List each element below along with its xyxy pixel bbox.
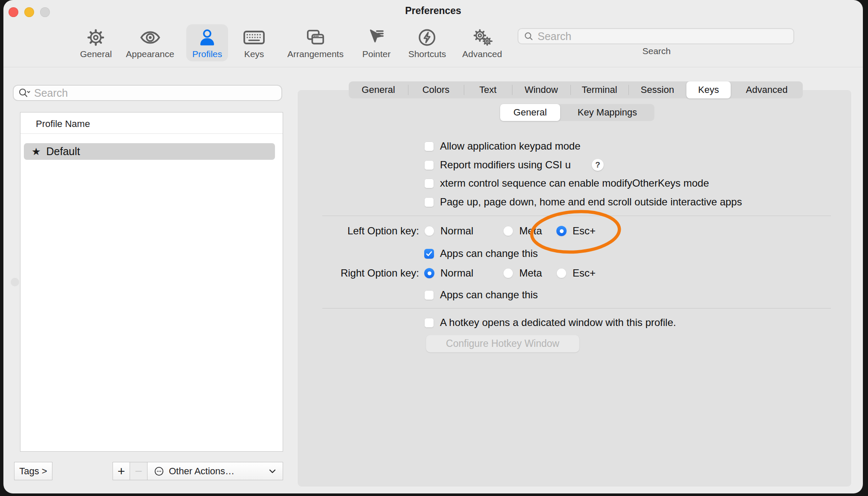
profile-row-default[interactable]: ★ Default xyxy=(24,143,275,160)
radio-button xyxy=(503,268,513,278)
other-actions-menu[interactable]: Other Actions… xyxy=(147,462,283,480)
toolbar-label: Arrangements xyxy=(287,49,344,59)
radio-label: Meta xyxy=(519,225,542,237)
toolbar-label: General xyxy=(80,49,112,59)
toolbar-label: Pointer xyxy=(362,49,391,59)
toolbar-label: Advanced xyxy=(462,49,502,59)
checkbox-row[interactable]: Apps can change this xyxy=(424,246,538,261)
remove-profile-button: − xyxy=(130,462,148,480)
circled-ellipsis-icon xyxy=(153,466,165,477)
tab-keys[interactable]: Keys xyxy=(686,81,731,98)
checkbox[interactable] xyxy=(424,318,434,328)
checkbox-row[interactable]: Page up, page down, home and end scroll … xyxy=(424,195,742,209)
checkbox-label: Report modifiers using CSI u xyxy=(440,159,571,171)
gears-icon xyxy=(471,27,493,48)
section-divider xyxy=(322,308,831,309)
radio[interactable]: Meta xyxy=(503,266,542,280)
radio[interactable]: Meta xyxy=(503,224,542,238)
keyboard-icon xyxy=(243,27,266,48)
toolbar-label: Appearance xyxy=(126,49,174,59)
checkbox-label: Apps can change this xyxy=(440,248,538,260)
checkbox-label: xterm control sequence can enable modify… xyxy=(440,177,709,189)
tab-advanced[interactable]: Advanced xyxy=(731,81,803,98)
toolbar-item-profiles[interactable]: Profiles xyxy=(186,24,228,61)
profile-list: Profile Name ★ Default xyxy=(20,112,283,452)
header-divider xyxy=(20,133,283,134)
radio[interactable]: Normal xyxy=(424,224,473,238)
section-divider xyxy=(322,216,831,216)
checkbox[interactable] xyxy=(424,197,434,207)
left-option-key-label: Left Option key: xyxy=(302,225,419,237)
checkbox-row[interactable]: Report modifiers using CSI u xyxy=(424,158,571,172)
radio-button xyxy=(556,226,567,236)
tab-terminal[interactable]: Terminal xyxy=(570,81,628,98)
toolbar-item-arrangements[interactable]: Arrangements xyxy=(281,24,350,61)
drag-dot xyxy=(11,278,19,286)
profile-search-input[interactable] xyxy=(34,87,277,99)
windows-icon xyxy=(305,27,326,48)
radio-button xyxy=(503,226,513,236)
checkbox[interactable] xyxy=(424,160,434,170)
radio-label: Normal xyxy=(440,267,473,279)
toolbar-item-keys[interactable]: Keys xyxy=(237,24,272,61)
toolbar-item-pointer[interactable]: Pointer xyxy=(356,24,397,61)
tab-text[interactable]: Text xyxy=(464,81,512,98)
toolbar-item-general[interactable]: General xyxy=(74,24,118,61)
star-icon: ★ xyxy=(32,146,41,158)
toolbar-divider xyxy=(3,67,863,67)
profile-name: Default xyxy=(46,145,80,158)
add-remove-group: + − xyxy=(113,462,148,480)
checkbox-label: A hotkey opens a dedicated window with t… xyxy=(440,317,676,329)
tab-window[interactable]: Window xyxy=(512,81,570,98)
add-profile-button[interactable]: + xyxy=(113,462,130,480)
checkbox-label: Apps can change this xyxy=(440,289,538,301)
search-icon xyxy=(524,31,534,41)
toolbar-item-shortcuts[interactable]: Shortcuts xyxy=(402,24,452,61)
radio-label: Esc+ xyxy=(573,267,596,279)
configure-hotkey-window-button: Configure Hotkey Window xyxy=(426,335,579,352)
tab-general[interactable]: General xyxy=(349,81,408,98)
checkbox-row[interactable]: xterm control sequence can enable modify… xyxy=(424,176,709,190)
toolbar-item-advanced[interactable]: Advanced xyxy=(456,24,508,61)
toolbar-item-appearance[interactable]: Appearance xyxy=(120,24,180,61)
search-menu-icon xyxy=(18,87,31,98)
toolbar-search-field[interactable] xyxy=(518,28,794,44)
eye-icon xyxy=(139,27,161,48)
tab-session[interactable]: Session xyxy=(628,81,686,98)
checkbox-row[interactable]: Allow application keypad mode xyxy=(424,139,581,153)
checkbox[interactable] xyxy=(424,141,434,151)
radio-label: Esc+ xyxy=(573,225,596,237)
checkbox[interactable] xyxy=(424,249,434,259)
window-title: Preferences xyxy=(3,5,863,17)
checkbox[interactable] xyxy=(424,290,434,300)
other-actions-label: Other Actions… xyxy=(169,466,264,477)
cursor-icon xyxy=(367,27,386,48)
checkbox-row[interactable]: Apps can change this xyxy=(424,288,538,302)
toolbar-search-input[interactable] xyxy=(538,30,788,43)
chevron-down-icon xyxy=(268,468,277,474)
profile-list-header: Profile Name xyxy=(36,118,90,130)
radio-label: Normal xyxy=(440,225,473,237)
subtab-key-mappings[interactable]: Key Mappings xyxy=(560,104,654,121)
help-button[interactable]: ? xyxy=(592,159,604,171)
tab-colors[interactable]: Colors xyxy=(408,81,464,98)
preferences-window: Preferences General Appearance P xyxy=(3,0,863,493)
radio[interactable]: Normal xyxy=(424,266,473,280)
right-option-key-label: Right Option key: xyxy=(302,267,419,279)
profile-search-field[interactable] xyxy=(13,85,282,101)
radio[interactable]: Esc+ xyxy=(556,266,596,280)
radio[interactable]: Esc+ xyxy=(556,224,596,238)
radio-button xyxy=(556,268,567,278)
gear-icon xyxy=(86,27,106,48)
keys-subtab-bar: General Key Mappings xyxy=(500,104,654,121)
tags-button[interactable]: Tags > xyxy=(14,462,52,480)
checkbox-row[interactable]: A hotkey opens a dedicated window with t… xyxy=(424,315,676,330)
toolbar-search-caption: Search xyxy=(601,46,712,56)
toolbar-label: Keys xyxy=(244,49,264,59)
checkbox[interactable] xyxy=(424,179,434,188)
checkbox-label: Allow application keypad mode xyxy=(440,140,581,152)
profile-tab-bar: General Colors Text Window Terminal Sess… xyxy=(349,81,803,98)
lightning-icon xyxy=(417,27,437,48)
radio-button xyxy=(424,268,434,278)
subtab-general[interactable]: General xyxy=(500,104,560,121)
